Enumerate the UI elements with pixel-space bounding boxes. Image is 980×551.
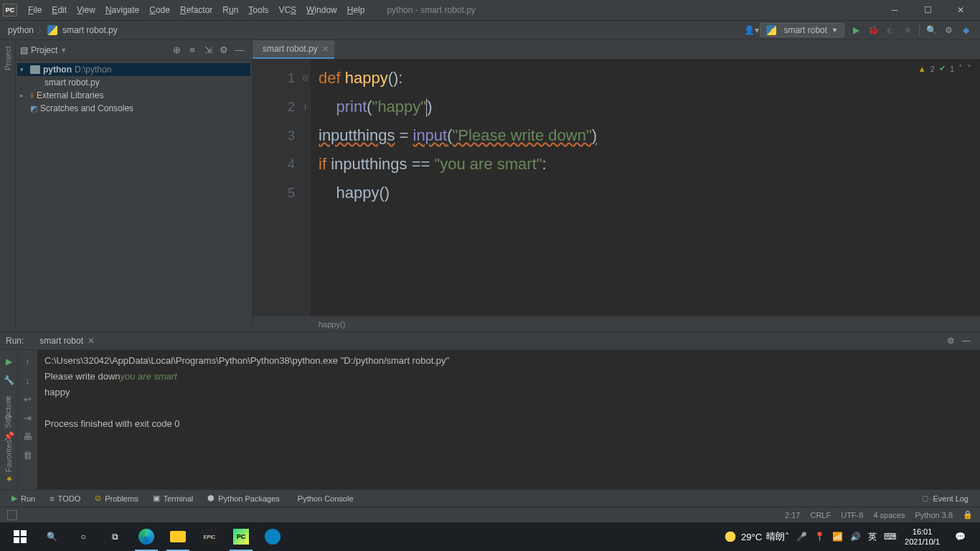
clear-button[interactable]: 🗑	[19, 446, 37, 463]
menu-code[interactable]: Code	[144, 5, 175, 15]
tray-location-icon[interactable]: 📍	[814, 532, 825, 542]
explorer-icon[interactable]	[162, 522, 194, 551]
bt-run[interactable]: ▶Run	[4, 494, 42, 503]
stop-button[interactable]: ■	[899, 22, 916, 39]
tree-file-node[interactable]: smart robot.py	[17, 76, 250, 89]
tray-mic-icon[interactable]: 🎤	[796, 532, 807, 542]
run-settings-action[interactable]: 🔧	[1, 372, 17, 389]
breadcrumb-file[interactable]: smart robot.py	[60, 25, 120, 35]
chevron-down-icon[interactable]: ▾	[20, 66, 27, 73]
run-settings-button[interactable]: ⚙	[943, 333, 958, 349]
minimize-button[interactable]: ─	[878, 0, 911, 20]
add-user-icon[interactable]: 👤▾	[743, 22, 760, 39]
tray-volume-icon[interactable]: 🔊	[850, 532, 861, 542]
run-button[interactable]: ▶	[847, 22, 864, 39]
status-encoding[interactable]: UTF-8	[841, 511, 863, 519]
inspection-widget[interactable]: ▲2 ✔1 ˄ ˅	[918, 64, 971, 73]
tree-external-libraries[interactable]: ▸ ⫴ External Libraries	[17, 89, 250, 102]
bt-event-log[interactable]: ◌Event Log	[915, 494, 976, 503]
status-position[interactable]: 2:17	[785, 511, 800, 519]
chevron-right-icon[interactable]: ▸	[20, 92, 27, 99]
up-trace-button[interactable]: ↑	[19, 353, 37, 370]
tool-window-quick-access[interactable]	[7, 510, 17, 520]
close-button[interactable]: ✕	[944, 0, 977, 20]
editor-breadcrumb[interactable]: happy()	[253, 316, 980, 331]
run-config-selector[interactable]: smart robot ▼	[760, 23, 844, 37]
menu-help[interactable]: Help	[342, 5, 370, 15]
lock-icon[interactable]: 🔒	[963, 510, 973, 519]
app-icon-generic[interactable]	[257, 522, 288, 551]
soft-wrap-button[interactable]: ↩	[19, 390, 37, 408]
breadcrumb-root[interactable]: python	[6, 25, 36, 35]
print-button[interactable]: 🖶	[19, 428, 37, 445]
menu-navigate[interactable]: Navigate	[100, 5, 144, 15]
status-interpreter[interactable]: Python 3.8	[915, 511, 953, 519]
menu-window[interactable]: Window	[301, 5, 342, 15]
notifications-button[interactable]: 💬	[944, 522, 976, 551]
start-button[interactable]	[4, 522, 36, 551]
menu-run[interactable]: Run	[217, 5, 243, 15]
menu-vcs[interactable]: VCS	[273, 5, 301, 15]
project-settings-button[interactable]: ⚙	[216, 42, 232, 58]
bt-packages[interactable]: ⬢Python Packages	[200, 494, 287, 503]
cortana-button[interactable]: ○	[67, 522, 99, 551]
menu-view[interactable]: View	[72, 5, 100, 15]
chevron-down-icon[interactable]: ▼	[60, 47, 67, 54]
rerun-button[interactable]: ▶	[1, 353, 17, 370]
search-button[interactable]: 🔍	[923, 22, 940, 39]
search-button[interactable]: 🔍	[36, 522, 67, 551]
debug-button[interactable]: 🐞	[864, 22, 882, 39]
taskview-button[interactable]: ⧉	[99, 522, 131, 551]
run-tab[interactable]: smart robot ✕	[31, 334, 99, 349]
toolstrip-project[interactable]: Project	[2, 40, 14, 76]
toolstrip-structure[interactable]: Structure	[2, 390, 14, 434]
editor-tab[interactable]: smart robot.py ✕	[253, 40, 334, 59]
tray-keyboard-icon[interactable]: ⌨	[884, 532, 896, 542]
menu-tools[interactable]: Tools	[243, 5, 273, 15]
hide-panel-button[interactable]: —	[232, 42, 248, 58]
menu-refactor[interactable]: Refactor	[175, 5, 217, 15]
taskbar-clock[interactable]: 16:01 2021/10/1	[900, 527, 944, 547]
menu-file[interactable]: File	[23, 5, 47, 15]
taskbar-weather[interactable]: 29°C 晴朗	[724, 530, 785, 543]
scroll-end-button[interactable]: ⇥	[19, 409, 37, 426]
status-line-sep[interactable]: CRLF	[810, 511, 831, 519]
chevron-up-icon[interactable]: ˄	[958, 64, 963, 73]
maximize-button[interactable]: ☐	[911, 0, 944, 20]
bt-todo[interactable]: ≡TODO	[42, 494, 88, 503]
chevron-down-icon[interactable]: ˅	[967, 64, 971, 73]
tray-ime[interactable]: 英	[868, 531, 877, 543]
project-tree[interactable]: ▾ python D:\python smart robot.py ▸ ⫴ Ex…	[16, 60, 252, 118]
select-opened-file-button[interactable]: ⊕	[169, 42, 184, 58]
code-editor[interactable]: 1 2 3 4 5 ⊟ ⌋ def happy(): print("happy"…	[253, 60, 980, 316]
epic-icon[interactable]: EPIC	[194, 522, 225, 551]
hide-run-panel-button[interactable]: —	[958, 333, 974, 349]
tray-chevron-icon[interactable]: ˄	[785, 532, 789, 542]
fold-end-marker[interactable]: ⌋	[302, 93, 308, 121]
tree-root-node[interactable]: ▾ python D:\python	[17, 63, 250, 76]
close-tab-icon[interactable]: ✕	[88, 336, 95, 346]
pycharm-icon[interactable]: PC	[225, 522, 257, 551]
settings-button[interactable]: ⚙	[940, 22, 957, 39]
fold-marker[interactable]: ⊟	[302, 64, 308, 93]
bt-terminal[interactable]: ▣Terminal	[146, 494, 201, 503]
coverage-button[interactable]: ◐	[882, 22, 899, 39]
bt-console[interactable]: Python Console	[287, 494, 361, 503]
tree-scratches[interactable]: ◩ Scratches and Consoles	[17, 102, 250, 115]
status-indent[interactable]: 4 spaces	[873, 511, 905, 519]
close-tab-button[interactable]: ✕	[322, 44, 329, 54]
expand-all-button[interactable]: ≡	[184, 42, 200, 58]
tray-wifi-icon[interactable]: 📶	[832, 532, 843, 542]
code-content[interactable]: def happy(): print("happy")inputthings =…	[311, 60, 980, 316]
collapse-all-button[interactable]: ⇲	[200, 42, 216, 58]
breadcrumb-item[interactable]: happy()	[319, 320, 345, 329]
learn-button[interactable]: ◆	[957, 22, 974, 39]
toolstrip-favorites[interactable]: ★ Favorites	[2, 434, 14, 489]
run-output[interactable]: C:\Users\32042\AppData\Local\Programs\Py…	[37, 350, 980, 489]
bt-problems[interactable]: ⊘Problems	[88, 494, 145, 503]
menu-edit[interactable]: Edit	[47, 5, 72, 15]
down-trace-button[interactable]: ↓	[19, 372, 37, 389]
edge-icon[interactable]	[131, 522, 162, 551]
system-tray[interactable]: ˄ 🎤 📍 📶 🔊 英 ⌨	[785, 531, 900, 543]
gutter[interactable]: 1 2 3 4 5 ⊟ ⌋	[253, 60, 311, 316]
